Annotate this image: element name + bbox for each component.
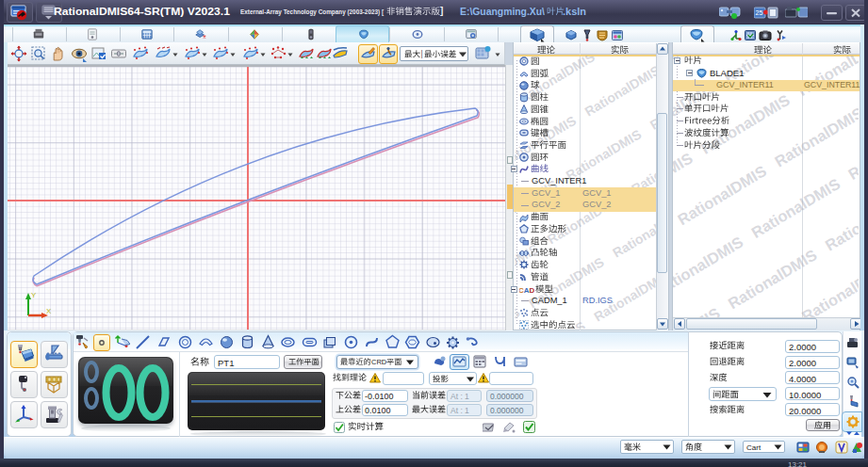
svg-text:CAD: CAD [519, 285, 534, 294]
svg-text:X: X [46, 307, 52, 315]
svg-text:Y: Y [31, 291, 37, 299]
svg-text:25: 25 [756, 9, 763, 16]
